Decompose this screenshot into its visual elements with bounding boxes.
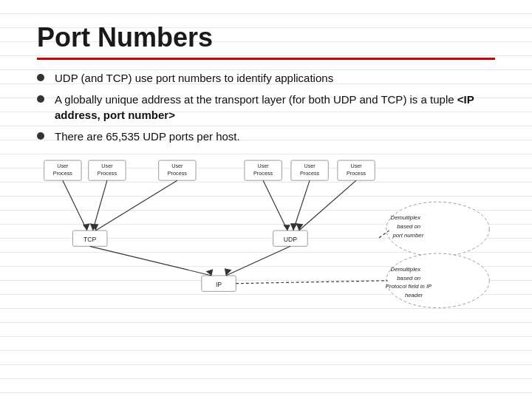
bullet-dot-1 (37, 74, 44, 81)
slide-title: Port Numbers (37, 22, 495, 53)
svg-line-24 (63, 180, 87, 231)
svg-text:Process: Process (300, 170, 320, 177)
svg-text:User: User (171, 163, 183, 169)
svg-text:User: User (57, 163, 69, 169)
svg-text:UDP: UDP (284, 236, 298, 243)
svg-text:Protocol field in IP: Protocol field in IP (386, 283, 432, 290)
diagram-area: User Process User Process User Process U… (37, 153, 495, 308)
svg-text:header: header (405, 292, 423, 299)
bullet-list: UDP (and TCP) use port numbers to identi… (37, 70, 495, 144)
svg-text:port number: port number (392, 232, 423, 239)
svg-line-30 (263, 180, 287, 231)
svg-line-50 (236, 281, 387, 284)
bullet-text-2: A globally unique address at the transpo… (55, 92, 495, 123)
svg-line-28 (95, 180, 177, 231)
svg-text:IP: IP (216, 281, 222, 288)
svg-line-26 (93, 180, 107, 231)
svg-text:Demultiplex: Demultiplex (391, 266, 422, 273)
svg-text:based on: based on (397, 223, 420, 230)
svg-text:Process: Process (98, 170, 117, 177)
title-underline (37, 58, 495, 60)
bullet-text-3: There are 65,535 UDP ports per host. (55, 129, 240, 144)
svg-text:User: User (101, 163, 113, 169)
svg-line-38 (226, 246, 290, 276)
bullet-item-1: UDP (and TCP) use port numbers to identi… (37, 70, 495, 86)
svg-marker-35 (296, 223, 304, 231)
svg-line-36 (90, 246, 212, 276)
svg-text:TCP: TCP (83, 236, 97, 243)
slide: Port Numbers UDP (and TCP) use port numb… (0, 0, 532, 399)
bullet-item-3: There are 65,535 UDP ports per host. (37, 129, 495, 144)
svg-text:User: User (257, 163, 269, 169)
bullet-text-1: UDP (and TCP) use port numbers to identi… (55, 70, 333, 86)
svg-text:User: User (350, 163, 362, 169)
bullet-dot-2 (37, 95, 44, 103)
content: Port Numbers UDP (and TCP) use port numb… (37, 22, 495, 308)
svg-text:Process: Process (347, 170, 366, 177)
svg-text:based on: based on (397, 275, 420, 282)
svg-text:Process: Process (168, 170, 188, 177)
network-diagram: User Process User Process User Process U… (37, 153, 495, 308)
svg-text:Process: Process (53, 170, 73, 177)
svg-text:Process: Process (253, 170, 273, 177)
bullet-item-2: A globally unique address at the transpo… (37, 92, 495, 123)
bullet-dot-3 (37, 132, 44, 140)
svg-text:Demultiplex: Demultiplex (391, 214, 422, 221)
svg-text:User: User (304, 163, 316, 169)
